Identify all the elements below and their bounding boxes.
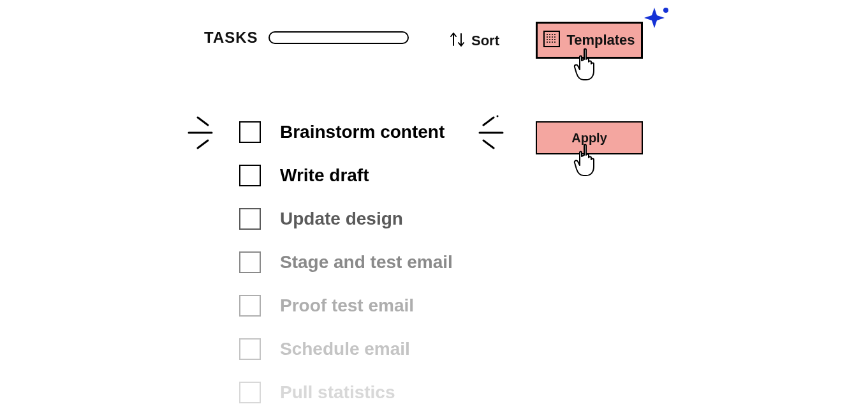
svg-line-23 (483, 140, 494, 148)
task-checkbox[interactable] (239, 121, 261, 143)
sort-button[interactable]: Sort (450, 29, 499, 53)
sort-label: Sort (471, 33, 499, 49)
task-checkbox[interactable] (239, 295, 261, 317)
svg-point-2 (549, 34, 550, 35)
svg-rect-0 (544, 31, 559, 47)
svg-point-4 (554, 34, 555, 35)
emphasis-rays-right-icon (460, 115, 505, 156)
task-label: Brainstorm content (280, 122, 445, 142)
task-checkbox[interactable] (239, 165, 261, 186)
svg-point-10 (549, 39, 550, 40)
svg-point-1 (547, 34, 548, 35)
tasks-title: TASKS (204, 29, 258, 47)
svg-line-20 (198, 140, 208, 148)
svg-point-14 (549, 41, 550, 43)
svg-point-3 (552, 34, 553, 35)
emphasis-rays-left-icon (186, 115, 231, 156)
svg-point-9 (547, 39, 548, 40)
task-label: Pull statistics (280, 382, 395, 403)
svg-point-8 (554, 36, 555, 38)
task-row[interactable]: Proof test email (239, 295, 453, 317)
svg-point-12 (554, 39, 555, 40)
svg-point-7 (552, 36, 553, 38)
task-row[interactable]: Write draft (239, 165, 453, 186)
task-label: Proof test email (280, 295, 414, 316)
svg-point-16 (554, 41, 555, 43)
task-row[interactable]: Pull statistics (239, 382, 453, 403)
svg-point-5 (547, 36, 548, 38)
task-row[interactable]: Stage and test email (239, 251, 453, 273)
templates-grid-icon (543, 31, 560, 50)
svg-point-6 (549, 36, 550, 38)
task-row[interactable]: Schedule email (239, 338, 453, 360)
task-label: Stage and test email (280, 252, 453, 273)
tasks-header: TASKS (204, 29, 409, 47)
task-label: Update design (280, 209, 403, 229)
task-label: Schedule email (280, 339, 410, 359)
task-checkbox[interactable] (239, 251, 261, 273)
task-label: Write draft (280, 165, 369, 186)
sparkle-icon (644, 6, 670, 34)
sort-icon (450, 29, 465, 53)
task-list: Brainstorm content Write draft Update de… (239, 121, 453, 403)
task-row[interactable]: Brainstorm content (239, 121, 453, 143)
svg-point-15 (552, 41, 553, 43)
svg-point-17 (663, 8, 668, 13)
templates-label: Templates (566, 32, 635, 49)
header-pill-decoration (268, 31, 409, 44)
svg-point-13 (547, 41, 548, 43)
task-checkbox[interactable] (239, 382, 261, 403)
task-checkbox[interactable] (239, 338, 261, 360)
templates-button[interactable]: Templates (536, 22, 643, 59)
task-checkbox[interactable] (239, 208, 261, 230)
svg-point-24 (497, 116, 499, 117)
svg-point-11 (552, 39, 553, 40)
apply-label: Apply (571, 131, 607, 146)
svg-line-21 (483, 117, 494, 125)
svg-line-18 (198, 117, 208, 125)
apply-button[interactable]: Apply (536, 121, 643, 154)
task-row[interactable]: Update design (239, 208, 453, 230)
